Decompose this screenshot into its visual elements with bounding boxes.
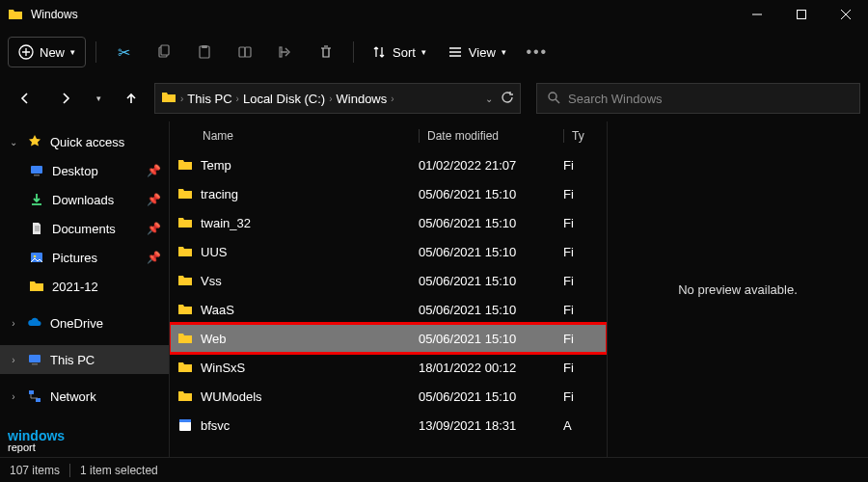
sidebar-item-documents[interactable]: Documents📌	[0, 214, 169, 243]
sidebar-item-this-pc[interactable]: › This PC	[0, 345, 169, 374]
copy-button[interactable]	[147, 37, 181, 67]
back-button[interactable]	[8, 83, 42, 114]
folder-icon	[8, 7, 23, 22]
breadcrumb[interactable]: › This PC › Local Disk (C:) › Windows › …	[154, 83, 521, 114]
sidebar-item-2021-12[interactable]: 2021-12	[0, 272, 169, 301]
view-button[interactable]: View ▾	[440, 37, 514, 67]
search-input[interactable]: Search Windows	[536, 83, 860, 114]
sort-button[interactable]: Sort ▾	[364, 37, 434, 67]
file-type: Fi	[563, 216, 602, 230]
pictures-icon	[29, 250, 44, 265]
file-row[interactable]: UUS05/06/2021 15:10Fi	[170, 237, 607, 266]
sidebar-item-label: Pictures	[52, 251, 97, 265]
breadcrumb-item[interactable]: Windows	[337, 92, 388, 106]
downloads-icon	[29, 192, 44, 207]
svg-rect-5	[202, 45, 207, 48]
desktop-icon	[29, 163, 44, 178]
delete-button[interactable]	[309, 37, 343, 67]
search-placeholder: Search Windows	[568, 92, 663, 106]
file-type: Fi	[563, 158, 602, 173]
file-name: UUS	[201, 245, 227, 259]
file-row[interactable]: tracing05/06/2021 15:10Fi	[170, 179, 607, 208]
forward-button[interactable]	[48, 83, 83, 114]
file-date: 18/01/2022 00:12	[419, 361, 563, 375]
breadcrumb-item[interactable]: This PC	[187, 92, 231, 106]
svg-point-13	[34, 255, 37, 258]
file-date: 05/06/2021 15:10	[419, 187, 563, 201]
file-row[interactable]: bfsvc13/09/2021 18:31A	[170, 411, 607, 440]
new-button[interactable]: New ▾	[8, 37, 86, 67]
file-row[interactable]: WaaS05/06/2021 15:10Fi	[170, 295, 607, 324]
cloud-icon	[27, 315, 42, 331]
sidebar-item-network[interactable]: › Network	[0, 382, 169, 411]
file-date: 05/06/2021 15:10	[419, 216, 563, 230]
chevron-down-icon: ▾	[70, 47, 75, 57]
sidebar-item-desktop[interactable]: Desktop📌	[0, 156, 169, 185]
sort-button-label: Sort	[393, 45, 416, 60]
column-header-type[interactable]: Ty	[563, 129, 602, 143]
status-bar: 107 items 1 item selected	[0, 457, 868, 482]
chevron-right-icon: ›	[236, 94, 239, 104]
chevron-down-icon[interactable]: ⌄	[485, 94, 493, 104]
folder-icon	[177, 244, 193, 259]
svg-rect-7	[245, 47, 251, 57]
file-name: Temp	[201, 158, 231, 173]
sidebar-item-onedrive[interactable]: › OneDrive	[0, 308, 169, 337]
file-date: 13/09/2021 18:31	[419, 418, 563, 433]
file-row[interactable]: twain_3205/06/2021 15:10Fi	[170, 208, 607, 237]
column-header-date[interactable]: Date modified	[419, 129, 563, 143]
share-button[interactable]	[268, 37, 303, 67]
folder-icon	[177, 157, 193, 173]
file-row[interactable]: WinSxS18/01/2022 00:12Fi	[170, 353, 607, 382]
sidebar-item-quick-access[interactable]: ⌄ Quick access	[0, 127, 169, 156]
sidebar-item-downloads[interactable]: Downloads📌	[0, 185, 169, 214]
file-row[interactable]: Web05/06/2021 15:10Fi	[170, 324, 607, 353]
column-headers: Name Date modified Ty	[170, 121, 607, 150]
file-row[interactable]: WUModels05/06/2021 15:10Fi	[170, 382, 607, 411]
preview-message: No preview available.	[678, 282, 798, 297]
file-rows[interactable]: Temp01/02/2022 21:07Fitracing05/06/2021 …	[170, 150, 607, 457]
svg-rect-14	[29, 355, 41, 362]
svg-rect-6	[239, 47, 245, 57]
chevron-right-icon: ›	[8, 318, 19, 329]
pin-icon: 📌	[147, 222, 161, 235]
recent-locations-button[interactable]: ▾	[89, 83, 108, 114]
cut-button[interactable]: ✂	[106, 37, 141, 67]
maximize-button[interactable]	[779, 0, 824, 29]
divider	[353, 41, 354, 63]
sidebar-item-label: Desktop	[52, 164, 98, 178]
folder-icon	[177, 273, 193, 288]
svg-rect-10	[31, 166, 42, 174]
svg-rect-17	[36, 398, 41, 402]
paste-button[interactable]	[187, 37, 222, 67]
rename-button[interactable]	[228, 37, 262, 67]
svg-rect-3	[161, 45, 169, 55]
column-header-name[interactable]: Name	[177, 129, 419, 143]
file-row[interactable]: Vss05/06/2021 15:10Fi	[170, 266, 607, 295]
new-button-label: New	[40, 45, 65, 60]
file-row[interactable]: Temp01/02/2022 21:07Fi	[170, 150, 607, 179]
up-button[interactable]	[114, 83, 149, 114]
refresh-button[interactable]	[501, 91, 514, 107]
chevron-right-icon: ›	[180, 94, 183, 104]
navigation-pane[interactable]: ⌄ Quick access Desktop📌Downloads📌Documen…	[0, 121, 170, 457]
minimize-button[interactable]	[735, 0, 779, 29]
svg-rect-11	[34, 174, 40, 176]
file-name: WinSxS	[201, 361, 245, 375]
file-name: bfsvc	[201, 418, 230, 433]
file-name: Vss	[201, 274, 222, 288]
folder-icon	[29, 279, 44, 294]
star-icon	[27, 134, 42, 149]
file-list: Name Date modified Ty Temp01/02/2022 21:…	[170, 121, 608, 457]
sidebar-item-label: 2021-12	[52, 280, 98, 294]
file-name: WaaS	[201, 303, 234, 317]
file-type: A	[563, 418, 602, 433]
command-bar: New ▾ ✂ Sort ▾ View ▾ •••	[0, 29, 868, 75]
sidebar-item-pictures[interactable]: Pictures📌	[0, 243, 169, 272]
close-button[interactable]	[824, 0, 868, 29]
file-name: WUModels	[201, 389, 262, 404]
folder-icon	[161, 90, 176, 108]
file-name: tracing	[201, 187, 238, 201]
more-button[interactable]: •••	[520, 37, 555, 67]
breadcrumb-item[interactable]: Local Disk (C:)	[243, 92, 325, 106]
